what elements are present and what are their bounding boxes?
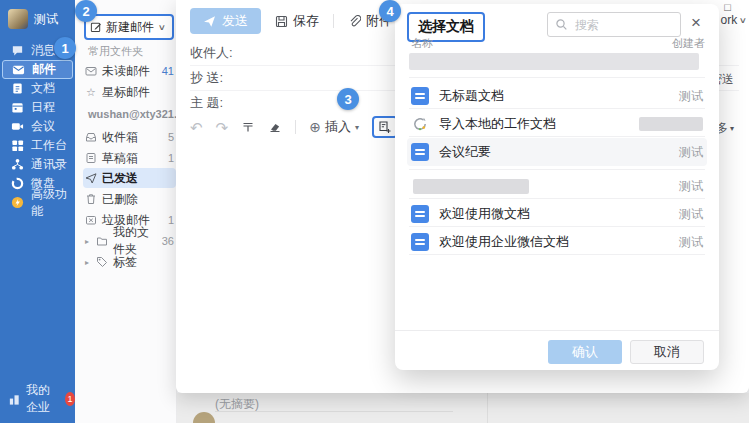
folder-item-my-folders[interactable]: ▸ 我的文件夹 36 <box>83 231 176 251</box>
sidebar-item-contacts[interactable]: 通讯录 <box>2 155 73 174</box>
new-mail-button[interactable]: 新建邮件 ∨ <box>84 14 174 40</box>
document-row-welcome-wecom-doc[interactable]: 欢迎使用企业微信文档 测试 <box>407 228 707 256</box>
search-icon <box>555 18 568 31</box>
insert-document-icon <box>377 120 392 135</box>
expand-arrow-icon[interactable]: ▸ <box>85 258 91 267</box>
tag-icon <box>96 256 108 268</box>
divider <box>409 198 705 199</box>
mail-folder-panel: 新建邮件 ∨ 常用文件夹 未读邮件 41 ☆ 星标邮件 wushan@xty32… <box>75 0 177 423</box>
document-row-import-local[interactable]: 导入本地的工作文档 <box>407 110 707 138</box>
folder-label: 草稿箱 <box>102 150 138 167</box>
folder-item-tags[interactable]: ▸ 标签 <box>83 252 176 272</box>
expand-arrow-icon[interactable]: ▸ <box>85 237 91 246</box>
disk-icon <box>11 177 24 190</box>
current-user[interactable]: 测试 <box>0 0 75 29</box>
sidebar-item-label: 工作台 <box>31 137 67 154</box>
save-button[interactable]: 保存 <box>275 12 319 30</box>
folder-item-unread[interactable]: 未读邮件 41 <box>83 61 176 81</box>
undo-button[interactable]: ↶ <box>190 120 203 135</box>
insert-menu-button[interactable]: ⊕ 插入 ▾ <box>309 118 359 136</box>
clear-format-button[interactable] <box>268 120 282 134</box>
divider <box>295 120 296 134</box>
maximize-icon[interactable]: □ <box>724 1 731 13</box>
notification-badge: 1 <box>65 392 75 406</box>
confirm-button[interactable]: 确认 <box>548 340 622 364</box>
sidebar-item-label: 邮件 <box>32 61 56 78</box>
redacted-row-bar <box>409 53 699 70</box>
sidebar-item-docs[interactable]: 文档 <box>2 79 73 98</box>
folder-item-inbox[interactable]: 收件箱 5 <box>83 127 176 147</box>
sidebar-item-workspace[interactable]: 工作台 <box>2 136 73 155</box>
folder-label: 未读邮件 <box>102 63 150 80</box>
sidebar-nav: 消息 邮件 文档 日程 会议 工作台 <box>0 41 75 212</box>
document-row-redacted[interactable]: 测试 <box>407 172 707 200</box>
sidebar-item-meeting[interactable]: 会议 <box>2 117 73 136</box>
undo-icon: ↶ <box>190 120 203 135</box>
chevron-down-icon: ∨ <box>739 16 747 25</box>
document-row-welcome-doc[interactable]: 欢迎使用微文档 测试 <box>407 200 707 228</box>
sidebar-item-label: 会议 <box>31 118 55 135</box>
user-avatar <box>8 9 28 29</box>
send-button[interactable]: 发送 <box>190 8 261 34</box>
cc-label: 抄 送: <box>190 69 223 87</box>
divider <box>409 226 705 227</box>
recipient-label: 收件人: <box>190 44 233 62</box>
folder-item-deleted[interactable]: 已删除 <box>83 189 176 209</box>
folder-label: 星标邮件 <box>102 84 150 101</box>
envelope-icon <box>12 63 25 76</box>
format-painter-button[interactable] <box>241 120 255 134</box>
search-input[interactable] <box>573 17 667 33</box>
trash-icon <box>85 193 97 205</box>
sidebar-item-label: 高级功能 <box>31 186 73 220</box>
draft-icon <box>85 152 97 164</box>
search-box[interactable] <box>547 12 681 37</box>
divider <box>409 136 705 137</box>
redo-button[interactable]: ↷ <box>216 120 229 135</box>
column-name: 名称 <box>411 36 433 51</box>
building-icon <box>8 393 21 406</box>
insert-document-button[interactable] <box>372 116 398 138</box>
sidebar-item-label: 文档 <box>31 80 55 97</box>
divider <box>409 169 705 170</box>
subject-label: 主 题: <box>190 94 223 112</box>
close-icon[interactable]: × <box>685 13 707 32</box>
eraser-icon <box>268 120 282 134</box>
paper-plane-icon <box>85 172 97 184</box>
paper-plane-icon <box>203 15 216 28</box>
divider <box>395 330 719 331</box>
folder-label: 已删除 <box>102 191 138 208</box>
sidebar-item-label: 通讯录 <box>31 156 67 173</box>
plus-circle-icon: ⊕ <box>309 120 321 134</box>
divider <box>215 411 453 412</box>
divider <box>409 77 705 78</box>
new-mail-label: 新建邮件 <box>106 19 154 36</box>
grid-icon <box>11 139 24 152</box>
divider <box>409 254 705 255</box>
folder-icon <box>96 235 108 247</box>
sidebar-item-label: 消息 <box>31 42 55 59</box>
sidebar-item-mail[interactable]: 邮件 <box>2 60 73 79</box>
chevron-down-icon: ▾ <box>730 124 734 133</box>
folder-item-starred[interactable]: ☆ 星标邮件 <box>83 82 176 102</box>
document-icon <box>411 233 429 251</box>
document-row-untitled[interactable]: 无标题文档 测试 <box>407 82 707 110</box>
sidebar-item-calendar[interactable]: 日程 <box>2 98 73 117</box>
chevron-down-icon: ▾ <box>355 123 359 132</box>
cancel-button[interactable]: 取消 <box>630 340 704 364</box>
annotation-badge-2: 2 <box>75 0 97 22</box>
sidebar-item-my-company[interactable]: 我的企业 1 <box>8 382 75 416</box>
calendar-icon <box>11 101 24 114</box>
document-icon <box>411 205 429 223</box>
document-icon <box>11 82 24 95</box>
chevron-down-icon: ∨ <box>158 23 166 32</box>
select-document-dialog: 选择文档 × 名称 创建者 无标题文档 测试 导入本地的工作文档 会议纪要 测试 <box>395 4 719 370</box>
folder-item-sent[interactable]: 已发送 <box>83 168 176 188</box>
document-row-meeting-minutes[interactable]: 会议纪要 测试 <box>407 138 707 166</box>
sidebar-item-premium-features[interactable]: 高级功能 <box>2 193 73 212</box>
section-common-folders: 常用文件夹 <box>88 44 143 59</box>
user-name: 测试 <box>34 11 58 28</box>
sender-account-selector[interactable]: ork ∨ <box>720 13 746 27</box>
editor-toolbar: ↶ ↷ ⊕ 插入 ▾ ☺ <box>190 114 426 140</box>
redacted-name-bar <box>413 179 529 194</box>
folder-item-drafts[interactable]: 草稿箱 1 <box>83 148 176 168</box>
